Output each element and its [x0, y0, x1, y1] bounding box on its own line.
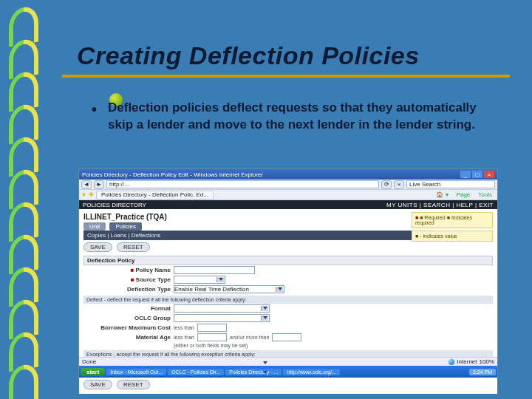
bullet-text: Deflection policies deflect requests so … [92, 100, 502, 134]
label-borrower-max-cost: Borrower Maximum Cost [83, 324, 171, 331]
sidebar-tips: ■ ■ Required ■ Indicates required ■ - in… [412, 212, 493, 244]
label-source-type: ■Source Type [83, 276, 171, 283]
select-source-type[interactable] [174, 276, 225, 284]
page-menu[interactable]: Page [454, 191, 474, 198]
status-zoom[interactable]: 100% [480, 358, 494, 365]
input-material-age-max[interactable] [272, 333, 301, 341]
add-favorite-icon[interactable]: ✚ [89, 191, 94, 198]
internet-zone-icon [449, 359, 454, 365]
tab-unit[interactable]: Unit [83, 222, 106, 231]
label-oclc-group: OCLC Group [83, 315, 171, 321]
start-button[interactable]: start [81, 368, 105, 376]
task-2[interactable]: OCLC - Policies Dir... [168, 369, 224, 375]
slide-ribbon [9, 7, 38, 392]
text-and-or-more: and/or more than [230, 335, 269, 340]
tip-required: ■ ■ Required ■ Indicates required [412, 212, 493, 228]
tab-policies[interactable]: Policies [109, 222, 142, 231]
status-zone: Internet [457, 358, 477, 365]
select-oclc-group[interactable] [174, 314, 270, 322]
task-1[interactable]: Inbox - Microsoft Out... [106, 369, 166, 375]
tab-row: ★ ✚ Policies Directory - Deflection Poli… [79, 190, 497, 200]
text-less-than-1: less than [174, 325, 194, 330]
select-format[interactable] [174, 304, 270, 313]
reset-button-bottom[interactable]: RESET [117, 380, 150, 389]
status-bar: Done Internet 100% [79, 357, 497, 366]
window-maximize-button[interactable]: □ [472, 171, 482, 178]
window-titlebar: Policies Directory - Deflection Policy E… [79, 169, 497, 180]
browser-window: Policies Directory - Deflection Policy E… [78, 168, 498, 378]
input-policy-name[interactable] [174, 266, 255, 274]
forward-button[interactable]: ► [94, 180, 104, 189]
app-header: POLICIES DIRECTORY MY UNITS | SEARCH | H… [79, 200, 497, 209]
refresh-button[interactable]: ⟳ [381, 180, 392, 189]
browser-tab[interactable]: Policies Directory - Deflection Polic. E… [96, 191, 214, 200]
input-material-age-min[interactable] [197, 333, 227, 341]
slide-title: Creating Deflection Policies [62, 0, 532, 75]
label-deflection-type: Deflection Type [83, 286, 171, 293]
address-bar[interactable]: http://... [106, 180, 379, 188]
hint-material-age: (either or both fields may be set) [174, 343, 248, 348]
label-material-age: Material Age [83, 334, 171, 341]
tip-value: ■ - indicates value [412, 231, 493, 242]
system-tray-clock[interactable]: 2:24 PM [469, 369, 496, 375]
reset-button[interactable]: RESET [117, 242, 150, 252]
search-box[interactable]: Live Search [406, 180, 495, 188]
save-button[interactable]: SAVE [83, 242, 112, 252]
back-button[interactable]: ◄ [81, 180, 92, 189]
save-button-bottom[interactable]: SAVE [83, 380, 112, 389]
app-brand: POLICIES DIRECTORY [83, 202, 146, 208]
note-deflect: Deflect - deflect the request if all the… [83, 296, 493, 304]
search-placeholder: Live Search [409, 181, 440, 188]
tools-menu[interactable]: Tools [475, 191, 495, 198]
favorites-icon[interactable]: ★ [81, 191, 86, 198]
stop-button[interactable]: × [394, 180, 404, 189]
window-title: Policies Directory - Deflection Policy E… [82, 171, 459, 178]
address-bar-row: ◄ ► http://... ⟳ × Live Search [79, 180, 497, 190]
status-done: Done [82, 358, 96, 365]
task-3[interactable]: Policies Directory - ... [225, 369, 282, 375]
window-minimize-button[interactable]: _ [460, 171, 471, 178]
app-topright-links[interactable]: MY UNITS | SEARCH | HELP | EXIT [386, 202, 494, 208]
text-less-than-2: less than [174, 335, 194, 340]
label-policy-name: ■Policy Name [83, 267, 171, 273]
window-close-button[interactable]: × [484, 171, 494, 178]
select-deflection-type[interactable]: Enable Real Time Deflection [174, 285, 284, 293]
home-menu[interactable]: 🏠 ▾ [433, 191, 451, 198]
label-format: Format [83, 305, 171, 312]
section-deflection-policy: Deflection Policy [83, 256, 493, 265]
windows-taskbar: start Inbox - Microsoft Out... OCLC - Po… [79, 366, 497, 378]
input-borrower-max-cost[interactable] [197, 324, 227, 332]
task-4[interactable]: http://www.oclc.org/... [283, 369, 340, 375]
